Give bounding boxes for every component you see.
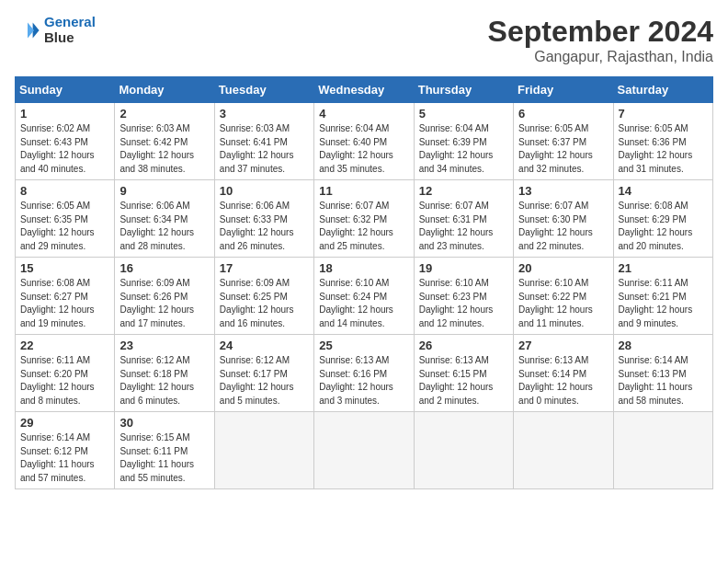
sunrise-time: Sunrise: 6:03 AM [220,123,290,133]
logo-text: General Blue [44,15,96,45]
sunrise-time: Sunrise: 6:08 AM [619,201,688,211]
calendar-day: 30Sunrise: 6:15 AMSunset: 6:11 PMDayligh… [115,412,214,489]
calendar-day: 15Sunrise: 6:08 AMSunset: 6:27 PMDayligh… [16,258,115,335]
day-info: Sunrise: 6:11 AMSunset: 6:21 PMDaylight:… [619,277,708,330]
day-info: Sunrise: 6:12 AMSunset: 6:18 PMDaylight:… [119,354,209,408]
daylight-minutes: and 12 minutes. [419,318,484,328]
daylight-minutes: and 0 minutes. [518,396,579,406]
calendar-day: 1Sunrise: 6:02 AMSunset: 6:43 PMDaylight… [16,103,115,180]
day-info: Sunrise: 6:04 AMSunset: 6:40 PMDaylight:… [319,122,408,176]
daylight-minutes: and 25 minutes. [319,241,384,251]
location-subtitle: Gangapur, Rajasthan, India [488,49,713,65]
day-header-wednesday: Wednesday [314,77,414,103]
sunrise-time: Sunrise: 6:10 AM [518,278,588,288]
day-info: Sunrise: 6:10 AMSunset: 6:22 PMDaylight:… [518,277,608,330]
calendar-day: 13Sunrise: 6:07 AMSunset: 6:30 PMDayligh… [514,180,613,258]
sunrise-time: Sunrise: 6:12 AM [119,355,189,365]
calendar-day: 3Sunrise: 6:03 AMSunset: 6:41 PMDaylight… [214,103,313,180]
daylight-minutes: and 34 minutes. [419,164,484,174]
day-header-tuesday: Tuesday [214,77,313,103]
calendar-day [214,412,313,489]
daylight-minutes: and 28 minutes. [119,241,185,251]
day-info: Sunrise: 6:04 AMSunset: 6:39 PMDaylight:… [419,122,508,176]
day-info: Sunrise: 6:10 AMSunset: 6:24 PMDaylight:… [319,277,408,330]
daylight-label: Daylight: 11 hours [119,459,194,469]
sunset-time: Sunset: 6:16 PM [319,369,387,379]
day-number: 12 [419,184,508,198]
calendar-week-row: 22Sunrise: 6:11 AMSunset: 6:20 PMDayligh… [16,335,713,412]
day-info: Sunrise: 6:05 AMSunset: 6:37 PMDaylight:… [518,122,608,176]
calendar-day: 6Sunrise: 6:05 AMSunset: 6:37 PMDaylight… [514,103,613,180]
daylight-label: Daylight: 12 hours [619,304,693,315]
day-number: 13 [518,184,608,198]
sunset-time: Sunset: 6:32 PM [319,214,387,224]
sunrise-time: Sunrise: 6:05 AM [20,201,90,211]
calendar-day [613,412,712,489]
sunset-time: Sunset: 6:24 PM [319,292,387,302]
daylight-minutes: and 22 minutes. [518,241,584,251]
daylight-minutes: and 9 minutes. [619,318,679,328]
day-info: Sunrise: 6:14 AMSunset: 6:13 PMDaylight:… [619,354,708,408]
calendar-day [314,412,414,489]
sunrise-time: Sunrise: 6:07 AM [518,201,588,211]
day-number: 30 [119,416,209,430]
calendar-day: 2Sunrise: 6:03 AMSunset: 6:42 PMDaylight… [115,103,214,180]
daylight-minutes: and 20 minutes. [619,241,684,251]
day-number: 11 [319,184,408,198]
sunset-time: Sunset: 6:20 PM [20,369,88,379]
daylight-minutes: and 2 minutes. [419,396,480,406]
daylight-label: Daylight: 12 hours [319,382,393,392]
sunrise-time: Sunrise: 6:15 AM [119,432,189,442]
daylight-label: Daylight: 12 hours [119,382,194,392]
daylight-label: Daylight: 12 hours [20,227,95,237]
day-info: Sunrise: 6:09 AMSunset: 6:25 PMDaylight:… [220,277,309,330]
sunset-time: Sunset: 6:11 PM [119,446,188,456]
sunset-time: Sunset: 6:14 PM [518,369,586,379]
month-title: September 2024 [488,15,713,49]
sunrise-time: Sunrise: 6:11 AM [20,355,90,365]
calendar-day: 5Sunrise: 6:04 AMSunset: 6:39 PMDaylight… [414,103,513,180]
day-header-thursday: Thursday [414,77,513,103]
day-info: Sunrise: 6:13 AMSunset: 6:14 PMDaylight:… [518,354,608,408]
sunset-time: Sunset: 6:18 PM [119,369,188,379]
day-number: 25 [319,339,408,352]
daylight-minutes: and 40 minutes. [20,164,85,174]
day-number: 18 [319,261,408,275]
calendar-week-row: 8Sunrise: 6:05 AMSunset: 6:35 PMDaylight… [16,180,713,258]
sunset-time: Sunset: 6:15 PM [419,369,487,379]
day-info: Sunrise: 6:13 AMSunset: 6:16 PMDaylight:… [319,354,408,408]
calendar-day: 11Sunrise: 6:07 AMSunset: 6:32 PMDayligh… [314,180,414,258]
calendar-day: 10Sunrise: 6:06 AMSunset: 6:33 PMDayligh… [214,180,313,258]
sunset-time: Sunset: 6:31 PM [419,214,487,224]
calendar-day: 23Sunrise: 6:12 AMSunset: 6:18 PMDayligh… [115,335,214,412]
daylight-label: Daylight: 12 hours [119,150,194,160]
sunset-time: Sunset: 6:27 PM [20,292,88,302]
day-info: Sunrise: 6:12 AMSunset: 6:17 PMDaylight:… [220,354,309,408]
day-info: Sunrise: 6:07 AMSunset: 6:31 PMDaylight:… [419,200,508,253]
calendar-day: 12Sunrise: 6:07 AMSunset: 6:31 PMDayligh… [414,180,513,258]
logo: General Blue [15,15,96,45]
day-info: Sunrise: 6:14 AMSunset: 6:12 PMDaylight:… [20,431,109,485]
daylight-minutes: and 16 minutes. [220,318,285,328]
day-info: Sunrise: 6:06 AMSunset: 6:33 PMDaylight:… [220,200,309,253]
sunset-time: Sunset: 6:29 PM [619,214,687,224]
sunrise-time: Sunrise: 6:14 AM [619,355,688,365]
day-number: 19 [419,261,508,275]
daylight-label: Daylight: 12 hours [419,382,494,392]
daylight-minutes: and 3 minutes. [319,396,380,406]
daylight-label: Daylight: 12 hours [220,304,294,315]
calendar-day: 17Sunrise: 6:09 AMSunset: 6:25 PMDayligh… [214,258,313,335]
calendar-day: 8Sunrise: 6:05 AMSunset: 6:35 PMDaylight… [16,180,115,258]
sunset-time: Sunset: 6:22 PM [518,292,586,302]
daylight-label: Daylight: 12 hours [518,304,593,315]
daylight-minutes: and 8 minutes. [20,396,81,406]
daylight-label: Daylight: 12 hours [20,382,95,392]
day-number: 9 [119,184,209,198]
calendar-day: 26Sunrise: 6:13 AMSunset: 6:15 PMDayligh… [414,335,513,412]
calendar-day: 27Sunrise: 6:13 AMSunset: 6:14 PMDayligh… [514,335,613,412]
calendar-day: 4Sunrise: 6:04 AMSunset: 6:40 PMDaylight… [314,103,414,180]
sunset-time: Sunset: 6:13 PM [619,369,687,379]
day-number: 16 [119,261,209,275]
daylight-minutes: and 32 minutes. [518,164,584,174]
sunrise-time: Sunrise: 6:12 AM [220,355,290,365]
